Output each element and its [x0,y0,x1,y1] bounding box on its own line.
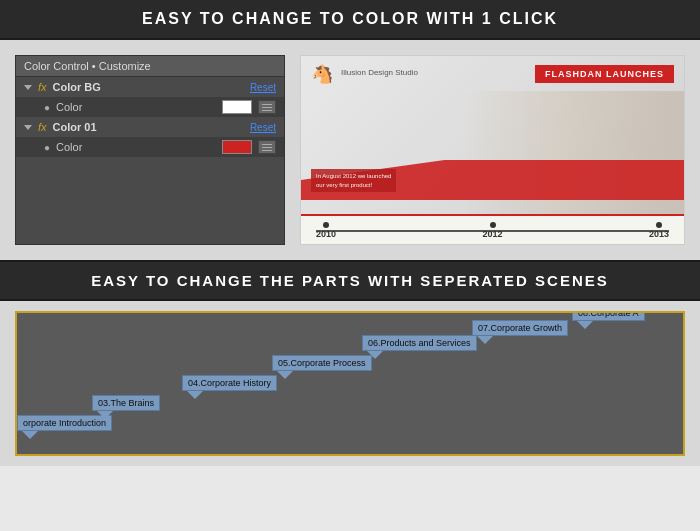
color-01-swatch-btn[interactable] [258,140,276,154]
scene-label[interactable]: 04.Corporate History [182,375,277,391]
clock-icon-01: ● [44,142,50,153]
timeline-dot-2012: 2012 [482,222,502,239]
scene-triangle-icon [477,336,493,344]
scene-triangle-icon [367,351,383,359]
color-bg-color-label: Color [56,101,216,113]
preview-inner: 🐴 Illusion Design Studio FLASHDAN LAUNCH… [301,56,684,244]
scene-triangle-icon [577,321,593,329]
swatch-line [262,150,272,151]
swatch-line [262,110,272,111]
second-banner: EASY TO CHANGE THE PARTS WITH SEPERATED … [0,260,700,301]
launches-badge: FLASHDAN LAUNCHES [535,65,674,83]
scene-triangle-icon [22,431,38,439]
timeline-dot-marker [656,222,662,228]
scene-label[interactable]: 05.Corporate Process [272,355,372,371]
color-01-label: Color 01 [53,121,246,133]
clock-icon-bg: ● [44,102,50,113]
scene-item: 06.Products and Services [362,335,477,359]
fx-label-bg: fx [38,81,47,93]
scene-items-container: orporate Introduction03.The Brains04.Cor… [17,319,683,439]
scene-label[interactable]: 03.The Brains [92,395,160,411]
timeline-dot-2010: 2010 [316,222,336,239]
color-control-panel: Color Control • Customize fx Color BG Re… [15,55,285,245]
color-bg-swatch-btn[interactable] [258,100,276,114]
overlay-line1: In August 2012 we launched [316,173,391,179]
scene-label[interactable]: 07.Corporate Growth [472,320,568,336]
overlay-line2: our very first product! [316,182,372,188]
preview-panel: 🐴 Illusion Design Studio FLASHDAN LAUNCH… [300,55,685,245]
color-bg-label: Color BG [53,81,246,93]
color-01-row: fx Color 01 Reset [16,117,284,137]
color-01-swatch[interactable] [222,140,252,154]
year-2013: 2013 [649,229,669,239]
scene-triangle-icon [277,371,293,379]
swatch-lines-icon [262,104,272,111]
scene-label[interactable]: 06.Products and Services [362,335,477,351]
scene-item: 05.Corporate Process [272,355,372,379]
preview-main: In August 2012 we launched our very firs… [301,91,684,214]
color-bg-sub-row: ● Color [16,97,284,117]
scene-item: 04.Corporate History [182,375,277,399]
color-01-color-label: Color [56,141,216,153]
header-banner: EASY TO CHANGE TO COLOR WITH 1 CLICK [0,0,700,40]
color-01-reset-button[interactable]: Reset [250,122,276,133]
scene-item: 08.Corporate A [572,311,645,329]
timeline-dot-marker [490,222,496,228]
triangle-down-icon [24,85,32,90]
scene-item: 07.Corporate Growth [472,320,568,344]
scene-item: 03.The Brains [92,395,160,419]
swatch-line [262,107,272,108]
timeline-years: 2010 2012 2013 [316,222,669,239]
scenes-inner: orporate Introduction03.The Brains04.Cor… [15,311,685,456]
timeline-dot-2013: 2013 [649,222,669,239]
color-bg-reset-button[interactable]: Reset [250,82,276,93]
scenes-section: orporate Introduction03.The Brains04.Cor… [0,301,700,466]
timeline-dot-marker [323,222,329,228]
scene-triangle-icon [187,391,203,399]
fx-label-01: fx [38,121,47,133]
panel-title: Color Control • Customize [16,56,284,77]
year-2012: 2012 [482,229,502,239]
header-title: EASY TO CHANGE TO COLOR WITH 1 CLICK [0,10,700,28]
swatch-line [262,147,272,148]
scene-label[interactable]: 08.Corporate A [572,311,645,321]
preview-text-overlay: In August 2012 we launched our very firs… [311,169,396,192]
preview-top-bar: 🐴 Illusion Design Studio FLASHDAN LAUNCH… [301,56,684,91]
timeline-bar: 2010 2012 2013 [301,214,684,244]
studio-name: Illusion Design Studio [341,68,418,78]
scene-triangle-icon [97,411,113,419]
color-bg-row: fx Color BG Reset [16,77,284,97]
triangle-down-icon-01 [24,125,32,130]
color-01-sub-row: ● Color [16,137,284,157]
swatch-line [262,144,272,145]
second-banner-title: EASY TO CHANGE THE PARTS WITH SEPERATED … [0,272,700,289]
color-bg-swatch[interactable] [222,100,252,114]
swatch-line [262,104,272,105]
horse-logo-icon: 🐴 [311,63,333,85]
top-section: Color Control • Customize fx Color BG Re… [0,40,700,260]
swatch-lines-icon-01 [262,144,272,151]
year-2010: 2010 [316,229,336,239]
